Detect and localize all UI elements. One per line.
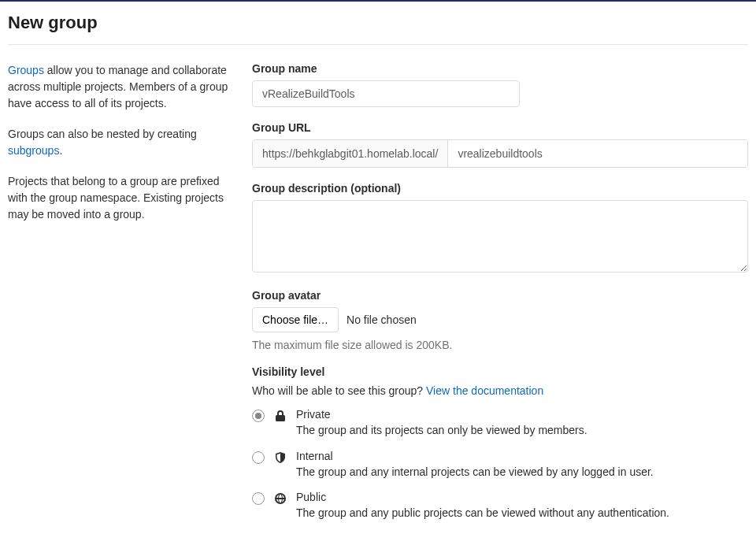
file-chosen-status: No file chosen xyxy=(346,313,417,326)
visibility-option-public[interactable]: Public The group and any public projects… xyxy=(252,491,748,521)
group-name-label: Group name xyxy=(252,62,748,75)
group-description-textarea[interactable] xyxy=(252,200,748,273)
form-area: Group name Group URL https://behkglabgit… xyxy=(252,62,748,534)
info-paragraph-1: Groups allow you to manage and collabora… xyxy=(8,62,236,112)
info-paragraph-3: Projects that belong to a group are pref… xyxy=(8,173,236,223)
info-text: . xyxy=(59,144,62,157)
shield-icon xyxy=(274,451,287,464)
file-size-hint: The maximum file size allowed is 200KB. xyxy=(252,339,748,351)
group-description-label: Group description (optional) xyxy=(252,182,748,195)
visibility-option-internal[interactable]: Internal The group and any internal proj… xyxy=(252,450,748,480)
visibility-question: Who will be able to see this group? View… xyxy=(252,384,748,397)
radio-private[interactable] xyxy=(252,410,265,422)
radio-internal[interactable] xyxy=(252,451,265,464)
group-avatar-label: Group avatar xyxy=(252,289,748,302)
page-title: New group xyxy=(8,2,748,45)
groups-link[interactable]: Groups xyxy=(8,64,44,76)
info-text: Groups can also be nested by creating xyxy=(8,128,197,140)
radio-public[interactable] xyxy=(252,492,265,505)
group-url-row: https://behkglabgit01.homelab.local/ xyxy=(252,139,748,168)
visibility-title: Private xyxy=(296,408,748,421)
visibility-question-text: Who will be able to see this group? xyxy=(252,384,426,397)
visibility-label: Visibility level xyxy=(252,365,748,378)
globe-icon xyxy=(274,492,287,505)
choose-file-button[interactable]: Choose file… xyxy=(252,307,339,332)
lock-icon xyxy=(274,410,287,422)
visibility-desc: The group and any internal projects can … xyxy=(296,465,748,480)
subgroups-link[interactable]: subgroups xyxy=(8,144,59,157)
group-url-prefix: https://behkglabgit01.homelab.local/ xyxy=(253,140,448,167)
visibility-desc: The group and any public projects can be… xyxy=(296,506,748,521)
group-name-input[interactable] xyxy=(252,80,520,107)
info-paragraph-2: Groups can also be nested by creating su… xyxy=(8,126,236,159)
visibility-doc-link[interactable]: View the documentation xyxy=(426,384,543,397)
visibility-title: Internal xyxy=(296,450,748,462)
visibility-title: Public xyxy=(296,491,748,503)
group-url-label: Group URL xyxy=(252,121,748,134)
group-url-slug-input[interactable] xyxy=(448,140,747,167)
visibility-desc: The group and its projects can only be v… xyxy=(296,423,748,439)
info-sidebar: Groups allow you to manage and collabora… xyxy=(8,62,252,237)
visibility-option-private[interactable]: Private The group and its projects can o… xyxy=(252,408,748,439)
